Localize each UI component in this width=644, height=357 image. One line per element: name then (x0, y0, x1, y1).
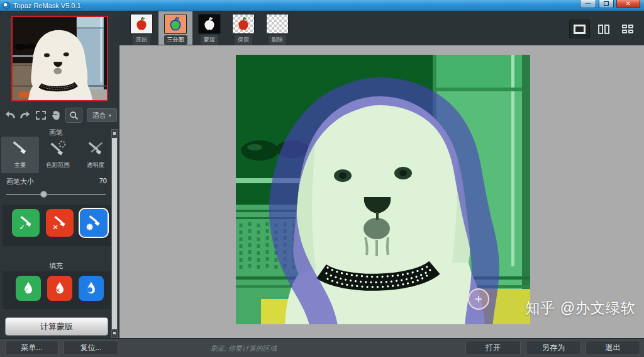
zoom-fit-dropdown[interactable]: 适合 ▾ (87, 108, 118, 122)
brush-size-label: 画笔大小 (6, 177, 34, 186)
app-logo-icon (3, 2, 10, 9)
keep-brush-button[interactable]: ✓ (12, 209, 40, 237)
window-title: Topaz ReMask V5.0.1 (13, 2, 81, 9)
white-apple-icon (198, 14, 221, 34)
app-window: Topaz ReMask V5.0.1 — ✕ 原始 三分图 (0, 0, 644, 357)
status-hint: 刷蓝, 你要计算的区域 (211, 344, 277, 353)
brush-tool-transparency[interactable]: 透明度 (77, 137, 114, 173)
svg-text:✓: ✓ (23, 286, 29, 295)
scroll-up-button[interactable] (112, 130, 117, 138)
brush-tool-main[interactable]: 主要 (1, 137, 39, 173)
pan-hand-button[interactable] (49, 108, 63, 123)
save-as-button[interactable]: 另存为 (526, 341, 581, 355)
green-apple-icon (164, 14, 187, 34)
brush-color-range-icon (48, 139, 68, 159)
trimap-image[interactable] (236, 55, 530, 324)
mode-label: 蒙版 (201, 35, 218, 45)
fill-section-title: 填充 (0, 261, 112, 271)
maximize-icon (604, 1, 609, 6)
brush-section-title: 画笔 (0, 128, 112, 137)
slider-track (6, 194, 106, 195)
marquee-icon (36, 111, 46, 120)
scroll-down-button[interactable] (112, 329, 117, 337)
brush-tool-label: 主要 (14, 161, 26, 169)
watermark-text: 知乎 @办文绿软 (525, 298, 636, 318)
mode-trimap[interactable]: 三分图 (158, 11, 192, 45)
redo-button[interactable] (18, 108, 32, 123)
compute-brush-button[interactable] (80, 209, 108, 237)
fit-label: 适合 (92, 111, 106, 120)
dual-view-icon (598, 25, 609, 34)
magnifier-icon (69, 111, 79, 120)
brush-size-value: 70 (99, 177, 107, 186)
chevron-down-icon: ▾ (109, 113, 111, 118)
menu-button[interactable]: 菜单... (5, 341, 58, 355)
mode-original[interactable]: 原始 (125, 11, 158, 45)
svg-text:✓: ✓ (19, 223, 25, 232)
checker-icon (266, 14, 289, 34)
quad-view-icon (622, 25, 633, 33)
compute-mask-button[interactable]: 计算蒙版 (5, 317, 108, 336)
brush-size-slider[interactable] (6, 191, 106, 198)
red-apple-checker-icon (232, 14, 255, 34)
bottom-bar: 菜单... 复位... 刷蓝, 你要计算的区域 打开 另存为 退出 (0, 338, 644, 357)
mode-label: 原始 (133, 35, 150, 45)
mode-label: 剔除 (269, 35, 286, 45)
red-apple-icon (130, 14, 153, 34)
quad-view-button[interactable] (617, 20, 638, 38)
source-thumbnail[interactable] (11, 16, 108, 101)
close-button[interactable]: ✕ (616, 0, 640, 8)
left-sidebar: 适合 ▾ 画笔 主要 色彩范围 透明度 画笔大小 70 (0, 11, 119, 338)
dual-view-button[interactable] (593, 20, 614, 38)
single-view-icon (574, 25, 586, 34)
cut-brush-button[interactable]: ✕ (46, 209, 74, 237)
zoom-tool-button[interactable] (65, 108, 82, 123)
single-view-button[interactable] (569, 20, 590, 38)
exit-button[interactable]: 退出 (586, 341, 640, 355)
brush-tool-color-range[interactable]: 色彩范围 (39, 137, 77, 173)
brush-cursor (469, 289, 489, 309)
svg-text:✕: ✕ (55, 286, 60, 295)
sidebar-scrollbar[interactable] (111, 129, 118, 338)
image-canvas[interactable]: 知乎 @办文绿软 (119, 45, 644, 338)
minimize-button[interactable]: — (580, 0, 596, 8)
open-button[interactable]: 打开 (465, 341, 521, 355)
brush-icon (10, 139, 30, 159)
keep-fill-button[interactable]: ✓ (16, 276, 41, 301)
cut-fill-button[interactable]: ✕ (47, 276, 72, 301)
brush-transparency-icon (86, 139, 106, 159)
mode-keep[interactable]: 保留 (226, 11, 260, 45)
brush-tool-label: 色彩范围 (46, 161, 70, 169)
marquee-select-button[interactable] (34, 108, 48, 123)
brush-tool-label: 透明度 (87, 161, 105, 169)
mode-label: 保留 (235, 35, 252, 45)
title-bar[interactable]: Topaz ReMask V5.0.1 — ✕ (0, 0, 644, 11)
undo-button[interactable] (3, 108, 17, 123)
mode-label: 三分图 (164, 35, 187, 45)
canvas-tools-row: 适合 ▾ (3, 106, 117, 124)
mode-mask[interactable]: 蒙版 (192, 11, 226, 45)
mode-remove[interactable]: 剔除 (260, 11, 294, 45)
maximize-button[interactable] (599, 0, 614, 8)
compute-fill-button[interactable] (79, 276, 104, 301)
svg-text:✕: ✕ (52, 223, 58, 232)
reset-button[interactable]: 复位... (64, 341, 118, 355)
slider-thumb[interactable] (40, 191, 47, 198)
